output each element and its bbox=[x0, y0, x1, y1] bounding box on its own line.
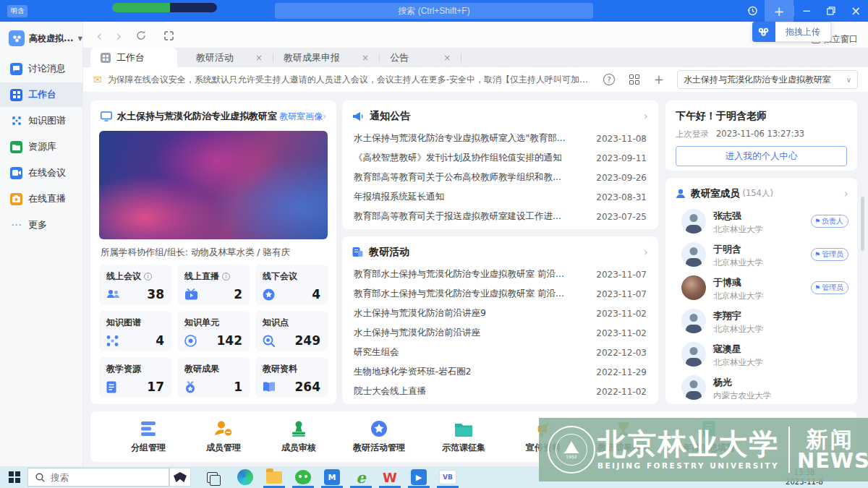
activity-row[interactable]: 教育部水土保持与荒漠化防治专业虚拟教研室 前沿...2023-11-07 bbox=[342, 284, 658, 304]
stat-research-materials[interactable]: 教研资料 264 bbox=[255, 357, 328, 398]
fullscreen-icon[interactable] bbox=[164, 31, 174, 40]
chat-icon bbox=[10, 63, 22, 75]
stat-offline-meetings[interactable]: 线下会议 4 bbox=[255, 265, 328, 305]
activity-row[interactable]: 生物地球化学资环班-岩石圈22022-11-29 bbox=[342, 362, 658, 382]
notice-row[interactable]: 《高校智慧教研》发刊计划及协作组轮值安排的通知2023-09-11 bbox=[342, 148, 658, 168]
taskbar-app-meeting[interactable]: M bbox=[318, 466, 346, 488]
star-circle-icon bbox=[263, 288, 275, 301]
action-member-management[interactable]: 成员管理 bbox=[186, 419, 261, 454]
tab-workbench[interactable]: 工作台 bbox=[90, 48, 177, 67]
taskbar-app-edge[interactable] bbox=[231, 466, 260, 488]
notices-title: 通知公告 bbox=[370, 110, 410, 123]
close-tab-icon[interactable]: × bbox=[443, 53, 451, 63]
global-search-input[interactable] bbox=[275, 3, 593, 19]
sidebar-item-resources[interactable]: 资源库 bbox=[0, 134, 82, 159]
activity-row[interactable]: 研究生组会2022-12-03 bbox=[342, 343, 658, 362]
room-portrait-link[interactable]: 教研室画像› bbox=[279, 111, 326, 123]
activity-row[interactable]: 水土保持与荒漠化防治前沿讲座92023-11-02 bbox=[342, 304, 658, 323]
sidebar-item-more[interactable]: ⋯ 更多 bbox=[0, 213, 82, 237]
tab-achievements[interactable]: 教研成果申报 × bbox=[273, 48, 379, 67]
refresh-icon[interactable] bbox=[135, 30, 147, 41]
member-row[interactable]: 于明含北京林业大学 ⚑管理员 bbox=[665, 238, 857, 271]
sidebar-item-live[interactable]: 在线直播 bbox=[0, 187, 82, 211]
chevron-right-icon[interactable]: › bbox=[644, 245, 648, 259]
drag-upload-popover[interactable]: 拖拽上传 bbox=[752, 22, 831, 42]
stat-knowledge-points[interactable]: 知识点 249 bbox=[255, 311, 328, 351]
member-row[interactable]: 杨光内蒙古农业大学 bbox=[665, 371, 857, 404]
stat-knowledge-units[interactable]: 知识单元 142 bbox=[177, 311, 250, 351]
room-title: 水土保持与荒漠化防治专业虚拟教研室 bbox=[117, 110, 277, 123]
member-row[interactable]: 李翔宇北京林业大学 bbox=[665, 304, 857, 338]
tab-announcements[interactable]: 公告 × bbox=[380, 48, 461, 67]
stat-teaching-resources[interactable]: 教学资源 17 bbox=[99, 357, 171, 398]
close-tab-icon[interactable]: × bbox=[362, 53, 369, 63]
taskbar-app-launcher[interactable]: ▶ bbox=[404, 466, 433, 488]
action-demo-course[interactable]: 示范课征集 bbox=[422, 419, 506, 454]
tab-activities[interactable]: 教研活动 × bbox=[186, 48, 273, 67]
chevron-right-icon[interactable]: › bbox=[844, 187, 848, 200]
layout-grid-icon[interactable] bbox=[629, 74, 639, 85]
activity-row[interactable]: 院士大会线上直播2022-11-02 bbox=[342, 382, 658, 401]
task-view-icon[interactable] bbox=[207, 472, 218, 483]
notice-row[interactable]: 年报填报系统延长通知2023-08-31 bbox=[342, 187, 658, 207]
sidebar-item-knowledge-graph[interactable]: 知识图谱 bbox=[0, 108, 82, 133]
meeting-notice-bar: ✉ 为保障在线会议安全，系统默认只允许受主持人邀请的人员进入会议，会议主持人在更… bbox=[83, 67, 868, 92]
scrollbar-thumb[interactable] bbox=[861, 197, 864, 251]
taskbar-app-vb[interactable]: VB bbox=[433, 466, 462, 488]
university-name-en: BEIJING FORESTRY UNIVERSITY bbox=[595, 461, 781, 470]
news-label-cn: 新闻 bbox=[797, 428, 864, 451]
activity-row[interactable]: 教育部水土保持与荒漠化防治专业虚拟教研室 前沿...2023-11-07 bbox=[342, 265, 658, 284]
forward-icon[interactable]: › bbox=[116, 27, 122, 45]
avatar bbox=[681, 375, 706, 400]
activity-row[interactable]: 水土保持与荒漠化防治前沿讲座2023-11-02 bbox=[342, 323, 658, 343]
search-icon bbox=[35, 473, 45, 482]
new-tab-button[interactable]: + bbox=[765, 0, 793, 22]
activity-row[interactable]: 院士大会线上直播2022-11-02 bbox=[342, 401, 658, 404]
stat-knowledge-graphs[interactable]: 知识图谱 4 bbox=[99, 311, 171, 351]
pinned-app-reader-icon[interactable] bbox=[169, 468, 191, 487]
sidebar: 高校虚拟... ▼ 讨论消息 工作台 知识图谱 资源库 在线会议 bbox=[0, 22, 83, 488]
video-camera-icon bbox=[10, 167, 22, 179]
start-button-icon[interactable] bbox=[9, 471, 20, 483]
action-group-management[interactable]: 分组管理 bbox=[111, 419, 186, 454]
taskbar-app-explorer[interactable] bbox=[260, 466, 289, 488]
taskbar-app-wps[interactable]: W bbox=[375, 466, 404, 488]
taskbar-search[interactable] bbox=[27, 468, 169, 487]
workspace-selector[interactable]: 高校虚拟... ▼ bbox=[0, 22, 82, 55]
stat-research-achievements[interactable]: 教研成果 1 bbox=[177, 357, 250, 398]
minimize-button[interactable]: − bbox=[794, 0, 819, 22]
member-row[interactable]: 寇澳星北京林业大学 bbox=[665, 338, 857, 371]
taskbar-app-wechat[interactable] bbox=[289, 466, 318, 488]
close-button[interactable]: × bbox=[843, 0, 868, 22]
back-icon[interactable]: ‹ bbox=[96, 27, 103, 45]
notice-row[interactable]: 水土保持与荒漠化防治专业虚拟教研室入选"教育部...2023-11-08 bbox=[342, 129, 658, 148]
sidebar-item-meetings[interactable]: 在线会议 bbox=[0, 160, 82, 185]
greeting-card: 下午好！于明含老师 上次登录 2023-11-06 13:27:33 进入我的个… bbox=[665, 100, 857, 171]
sidebar-item-workbench[interactable]: 工作台 bbox=[0, 82, 82, 107]
profile-center-button[interactable]: 进入我的个人中心 bbox=[676, 146, 847, 166]
action-member-review[interactable]: 成员审核 bbox=[261, 419, 336, 454]
taskbar-app-ie[interactable]: e bbox=[346, 466, 375, 488]
member-row[interactable]: 张志强北京林业大学 ⚑负责人 bbox=[665, 205, 857, 238]
sidebar-item-label: 资源库 bbox=[28, 140, 56, 153]
stat-live-streams[interactable]: 线上直播i 2 bbox=[177, 265, 250, 305]
close-tab-icon[interactable]: × bbox=[255, 53, 263, 63]
notice-row[interactable]: 教育部高等教育司关于报送虚拟教研室建设工作进...2023-07-25 bbox=[342, 207, 658, 226]
restore-button[interactable] bbox=[819, 0, 843, 22]
room-selector-dropdown[interactable]: 水土保持与荒漠化防治专业虚拟教研室 ∨ bbox=[677, 70, 858, 89]
tab-separator bbox=[461, 53, 461, 62]
help-icon[interactable]: ? bbox=[603, 74, 615, 85]
chevron-right-icon[interactable]: › bbox=[644, 109, 648, 123]
taskbar-search-input[interactable] bbox=[51, 472, 137, 483]
add-room-icon[interactable]: + bbox=[654, 72, 664, 87]
status-pill bbox=[112, 3, 217, 12]
history-icon[interactable] bbox=[740, 0, 765, 22]
orbit-icon bbox=[184, 335, 197, 347]
star-circle-icon bbox=[370, 419, 388, 438]
notice-row[interactable]: 教育部高等教育司关于公布高校教师教学组织和教...2023-09-26 bbox=[342, 168, 658, 187]
member-row[interactable]: 于博彧北京林业大学 ⚑管理员 bbox=[665, 271, 857, 304]
news-label-en: NEWS bbox=[797, 450, 864, 471]
stat-online-meetings[interactable]: 线上会议i 38 bbox=[99, 265, 171, 305]
sidebar-item-messages[interactable]: 讨论消息 bbox=[0, 56, 82, 81]
action-activity-management[interactable]: 教研活动管理 bbox=[336, 419, 422, 454]
